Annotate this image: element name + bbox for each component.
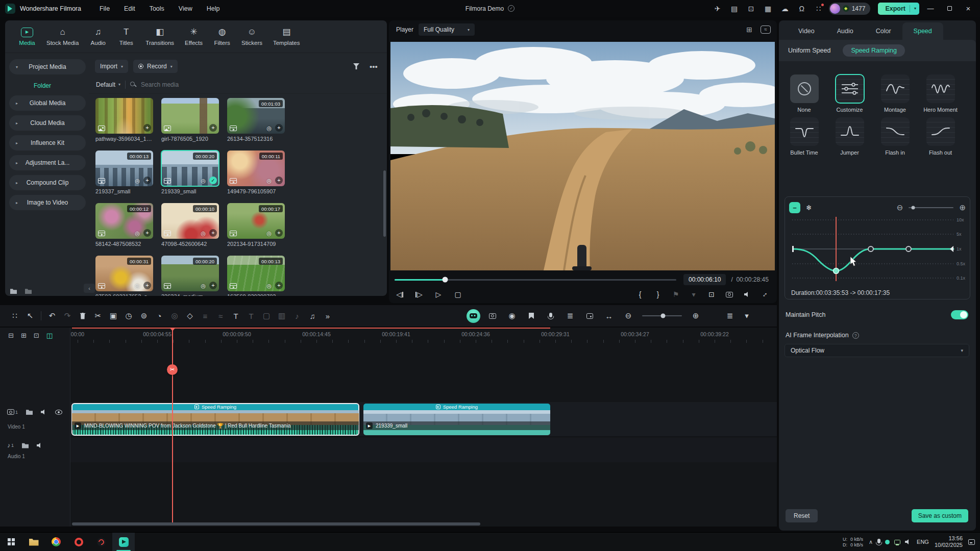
sidebar-item-influence-kit[interactable]: ▸Influence Kit [9,135,86,151]
media-item[interactable]: 00:01:03◎+26134-357512316 [227,98,285,151]
preset-bullet-time[interactable]: Bullet Time [785,117,824,156]
tab-transitions[interactable]: ◧Transitions [145,27,174,46]
add-track-icon[interactable]: ⊞ [21,332,27,339]
timeline-scrollbar[interactable] [72,522,480,525]
tab-stickers[interactable]: ☺Stickers [241,27,262,46]
track-height-chevron-icon[interactable]: ▾ [739,309,754,322]
track-mixer-icon[interactable]: ⊡ [34,332,39,339]
expand-arrow-icon[interactable]: ▸ [16,181,18,185]
preset-hero-moment[interactable]: Hero Moment [921,74,960,113]
auto-ripple-icon[interactable]: ◫ [46,332,53,339]
curve-zoom-knob[interactable] [912,206,915,210]
keyframe-point-active[interactable] [834,268,839,274]
denoise-icon[interactable]: ▥ [274,309,289,322]
tab-templates[interactable]: ▤Templates [273,27,300,46]
language-indicator[interactable]: ENG [917,539,929,545]
expand-arrow-icon[interactable]: ▸ [16,161,18,165]
preset-none[interactable]: None [785,74,824,113]
project-list-icon[interactable]: ▤ [728,3,741,15]
sort-dropdown[interactable]: Default ▾ [96,81,120,88]
sidebar-item-image-to-video[interactable]: ▸Image to Video [9,195,86,210]
preset-tile[interactable] [836,74,864,103]
media-thumbnail[interactable]: 00:00:10◎+ [161,203,219,239]
menu-help[interactable]: Help [202,3,225,14]
preset-flash-out[interactable]: Flash out [921,117,960,156]
search-input[interactable] [141,81,380,88]
workspace-layout-icon[interactable]: ⊡ [745,3,758,15]
preset-tile[interactable] [790,74,819,103]
screen-record-icon[interactable] [582,309,597,322]
menu-edit[interactable]: Edit [119,3,140,14]
media-thumbnail[interactable]: 00:00:11◎+ [227,151,285,186]
tray-mic-icon[interactable] [877,539,880,545]
timer-icon[interactable]: ◔ [152,309,167,322]
beat-detect-icon[interactable]: ♪ [289,309,305,322]
filmora-app[interactable] [112,533,135,551]
add-to-timeline-icon[interactable]: + [275,124,283,132]
multi-view-icon[interactable]: ⊞ [743,26,755,34]
more-tools-icon[interactable]: » [320,309,335,322]
speed-curve-graph[interactable]: 10x 5x 1x 0.5x 0.1x [789,214,966,285]
media-thumbnail[interactable]: 00:00:13◎+ [227,256,285,291]
media-item[interactable]: 00:00:20◎✓219339_small [161,151,219,203]
track-options-icon[interactable]: ⊟ [8,332,14,339]
voiceover-mic-icon[interactable] [543,309,558,322]
bookmark-icon[interactable] [524,309,539,322]
curve-zoom-in-icon[interactable]: ⊕ [959,203,966,212]
add-to-timeline-icon[interactable]: + [209,229,217,237]
video-preview[interactable] [390,42,775,270]
audio-track-folder-icon[interactable] [22,443,29,448]
import-button[interactable]: Import ▾ [95,60,128,73]
tab-media[interactable]: ▶Media [18,28,36,46]
add-to-timeline-icon[interactable]: + [143,282,151,289]
timeline-ruler[interactable]: 00:0000:00:04:5500:00:09:5000:00:14:4500… [70,330,777,343]
media-thumbnail[interactable]: 00:00:13◎+ [95,151,153,186]
zoom-in-icon[interactable]: ⊕ [688,309,703,322]
video-track-folder-icon[interactable] [26,409,33,415]
start-button[interactable] [0,533,22,551]
restore-button[interactable] [942,2,957,15]
expand-arrow-icon[interactable]: ▸ [16,121,18,126]
add-to-timeline-icon[interactable]: + [143,229,151,237]
audio-track-mute-icon[interactable] [37,443,43,448]
tray-expand-icon[interactable]: ∧ [869,539,873,545]
previous-frame-icon[interactable]: ◁ [393,289,406,300]
timeline-clip-2[interactable]: ▶ Speed Ramping ▶ 219339_small [363,404,550,435]
media-item[interactable]: 00:00:13◎+163560-820200702_small [227,256,285,296]
sidebar-item-compound-clip[interactable]: ▸Compound Clip [9,175,86,190]
avatar[interactable] [830,4,840,14]
fit-timeline-icon[interactable]: ↔ [601,309,617,322]
keyframe-icon[interactable]: ◇ [182,309,198,322]
media-item[interactable]: 00:00:20◎+226234_medium [161,256,219,296]
support-headset-icon[interactable]: Ω [795,3,808,15]
add-to-timeline-icon[interactable]: + [209,124,217,132]
marker-chevron-icon[interactable]: ▾ [687,289,700,300]
media-thumbnail[interactable]: 00:00:31◎+ [95,256,153,291]
tray-filmora-icon[interactable] [885,540,890,544]
media-thumbnail[interactable]: 00:00:20◎✓ [161,151,219,186]
apps-grid-icon[interactable]: ∷ [812,3,825,15]
fullscreen-icon[interactable]: ↕ [758,289,772,300]
chrome-app[interactable] [45,533,67,551]
ai-audio-icon[interactable]: ♫ [305,309,320,322]
sort-chevron-icon[interactable]: ▾ [118,82,120,87]
tab-uniform-speed[interactable]: Uniform Speed [788,47,830,54]
share-project-icon[interactable]: ✈ [711,3,724,15]
preset-tile[interactable] [836,117,864,146]
media-thumbnail[interactable]: 00:00:20◎+ [161,256,219,291]
snapshot-icon[interactable] [723,289,736,300]
media-item[interactable]: 00:00:12◎+58142-487508532 [95,203,153,256]
preset-tile[interactable] [881,74,910,103]
curve-end-handle[interactable] [950,246,953,252]
stop-icon[interactable]: ▢ [451,289,464,300]
media-item[interactable]: 00:00:11◎+149479-796105907 [227,151,285,203]
remove-keyframe-button[interactable]: − [789,202,800,213]
expand-arrow-icon[interactable]: ▸ [16,201,18,205]
add-to-timeline-icon[interactable]: + [275,229,283,237]
more-options-icon[interactable]: ••• [368,60,380,72]
media-thumbnail[interactable]: + [161,98,219,134]
interpolation-chevron-icon[interactable]: ▾ [961,348,963,353]
video-track-mute-icon[interactable] [41,409,47,415]
display-mode-icon[interactable]: ⊡ [705,289,718,300]
interpolation-select[interactable]: Optical Flow ▾ [785,344,969,357]
